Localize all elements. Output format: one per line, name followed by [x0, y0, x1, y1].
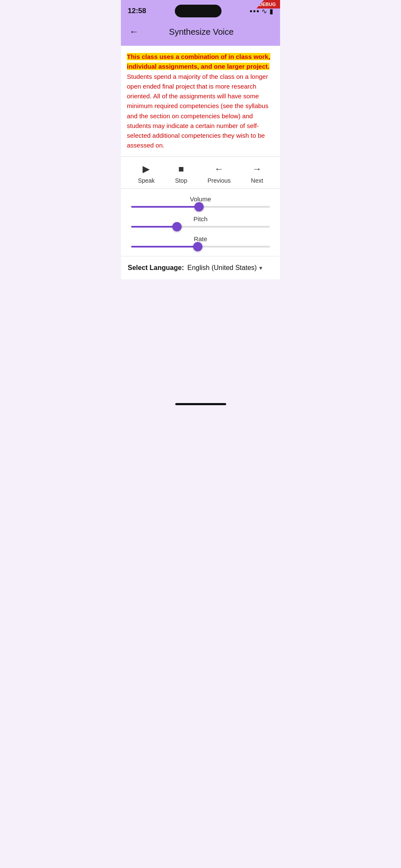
pitch-fill [131, 226, 177, 228]
volume-thumb[interactable] [194, 202, 204, 211]
body-text: Students spend a majority of the class o… [127, 73, 268, 149]
highlighted-text: This class uses a combination of in clas… [127, 53, 270, 70]
speak-button[interactable]: ▶ Speak [138, 164, 155, 184]
pitch-slider-group: Pitch [129, 215, 272, 228]
stop-button[interactable]: ■ Stop [175, 164, 187, 184]
next-button[interactable]: → Next [251, 164, 263, 184]
language-dropdown[interactable]: English (United States) ▾ [187, 264, 262, 272]
language-row: Select Language: English (United States)… [128, 264, 273, 272]
pitch-track[interactable] [131, 226, 270, 228]
volume-track[interactable] [131, 206, 270, 208]
rate-label: Rate [129, 235, 272, 242]
header: ← Synthesize Voice [121, 20, 280, 46]
language-label: Select Language: [128, 264, 184, 272]
signal-dots [250, 10, 259, 12]
pitch-label: Pitch [129, 215, 272, 223]
chevron-down-icon: ▾ [259, 264, 262, 271]
bottom-area [121, 279, 280, 398]
content-text: This class uses a combination of in clas… [127, 52, 274, 150]
volume-fill [131, 206, 199, 208]
back-button[interactable]: ← [128, 25, 140, 39]
stop-icon: ■ [178, 164, 184, 175]
previous-button[interactable]: ← Previous [208, 164, 230, 184]
status-bar: 12:58 ∿ ▮ [121, 0, 280, 20]
speak-label: Speak [138, 177, 155, 184]
next-icon: → [252, 164, 262, 175]
sliders-section: Volume Pitch Rate [121, 189, 280, 256]
stop-label: Stop [175, 177, 187, 184]
pitch-thumb[interactable] [172, 222, 182, 231]
next-label: Next [251, 177, 263, 184]
rate-fill [131, 246, 198, 248]
controls-row: ▶ Speak ■ Stop ← Previous → Next [121, 164, 280, 184]
rate-slider-group: Rate [129, 235, 272, 248]
status-time: 12:58 [128, 7, 146, 15]
controls-section: ▶ Speak ■ Stop ← Previous → Next [121, 157, 280, 189]
rate-thumb[interactable] [193, 242, 202, 251]
speak-icon: ▶ [143, 164, 150, 175]
content-area: This class uses a combination of in clas… [121, 46, 280, 157]
home-bar [175, 403, 226, 405]
home-indicator [121, 398, 280, 409]
page-title: Synthesize Voice [140, 27, 262, 37]
language-section: Select Language: English (United States)… [121, 256, 280, 279]
volume-slider-group: Volume [129, 195, 272, 208]
volume-label: Volume [129, 195, 272, 203]
previous-label: Previous [208, 177, 230, 184]
language-value: English (United States) [187, 264, 257, 272]
rate-track[interactable] [131, 246, 270, 248]
previous-icon: ← [214, 164, 224, 175]
status-pill [175, 5, 222, 17]
